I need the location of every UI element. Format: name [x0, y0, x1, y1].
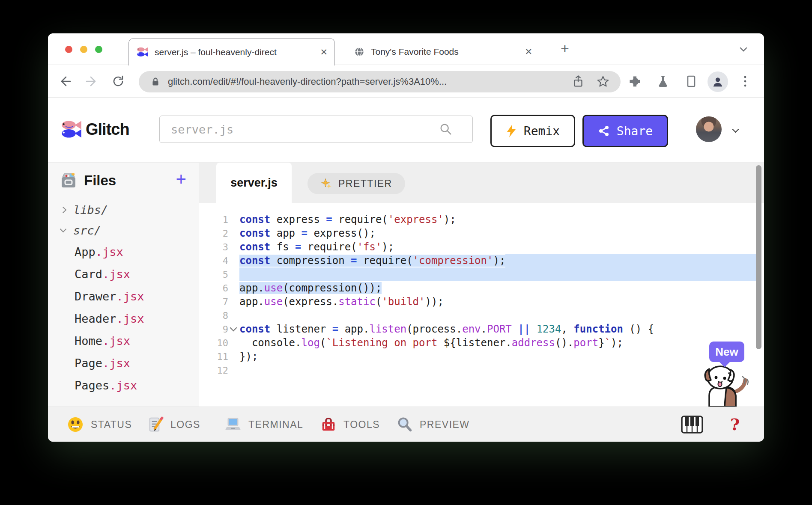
flask-icon[interactable]: [655, 74, 671, 89]
share-page-icon[interactable]: [571, 74, 585, 89]
chevron-down-icon: [60, 226, 67, 232]
code-line-4[interactable]: 4const compression = require('compressio…: [199, 254, 764, 267]
share-button[interactable]: Share: [582, 115, 668, 147]
code-text: console.log(`Listening on port ${listene…: [239, 337, 623, 349]
code-line-3[interactable]: 3const fs = require('fs');: [199, 240, 764, 254]
new-tab-button[interactable]: +: [555, 39, 574, 58]
tab-title-fade: [299, 47, 316, 57]
tab-glitch-editor[interactable]: server.js – foul-heavenly-direct ✕: [128, 38, 335, 65]
file-ext: .jsx: [96, 245, 123, 258]
fold-chevron-icon[interactable]: [230, 324, 237, 332]
code-line-5[interactable]: 5: [199, 267, 764, 281]
extensions-puzzle-icon[interactable]: [627, 74, 642, 89]
code-text: app.use(express.static('build'));: [239, 296, 444, 308]
code-line-10[interactable]: 10 console.log(`Listening on port ${list…: [199, 336, 764, 350]
file-base: Drawer: [75, 290, 116, 303]
file-item-page[interactable]: Page.jsx: [48, 352, 199, 374]
prettier-label: PRETTIER: [338, 178, 392, 190]
tab-tonys-favorite-foods[interactable]: Tony's Favorite Foods ✕: [348, 38, 538, 65]
file-ext: .jsx: [102, 267, 130, 281]
prettier-button[interactable]: PRETTIER: [307, 173, 405, 194]
preview-button[interactable]: PREVIEW: [397, 407, 470, 442]
minimize-window-button[interactable]: [80, 46, 87, 53]
new-feature-badge[interactable]: New: [709, 342, 744, 362]
line-number: 7: [199, 297, 228, 307]
file-item-drawer[interactable]: Drawer.jsx: [48, 285, 199, 307]
card-file-box-icon: [59, 172, 78, 189]
code-text: const listener = app.listen(process.env.…: [239, 323, 654, 335]
folder-src[interactable]: src/: [48, 220, 199, 241]
project-search-input[interactable]: server.js: [159, 116, 473, 143]
bookmark-star-icon[interactable]: [596, 74, 610, 89]
address-bar[interactable]: glitch.com/edit/#!/foul-heavenly-directi…: [139, 71, 621, 92]
tools-button[interactable]: TOOLS: [320, 407, 380, 442]
code-line-11[interactable]: 11});: [199, 350, 764, 363]
side-panel-icon[interactable]: [684, 74, 699, 89]
file-item-header[interactable]: Header.jsx: [48, 307, 199, 330]
browser-menu-kebab-icon[interactable]: [737, 74, 753, 89]
forward-button[interactable]: [84, 74, 99, 89]
folder-name: src/: [73, 224, 101, 237]
code-line-1[interactable]: 1const express = require('express');: [199, 213, 764, 226]
file-item-pages[interactable]: Pages.jsx: [48, 374, 199, 396]
logs-button[interactable]: LOGS: [147, 407, 200, 442]
status-label: STATUS: [91, 419, 132, 431]
file-ext: .jsx: [102, 334, 130, 348]
terminal-button[interactable]: TERMINAL: [224, 407, 303, 442]
main-area: Files + libs/ src/ App.jsxCard.jsxDrawer…: [48, 163, 764, 407]
person-icon: [711, 75, 724, 88]
tab-strip: server.js – foul-heavenly-direct ✕ Tony'…: [48, 33, 764, 65]
file-item-app[interactable]: App.jsx: [48, 241, 199, 263]
file-ext: .jsx: [116, 312, 144, 325]
search-icon: [439, 122, 453, 137]
remix-label: Remix: [524, 124, 560, 138]
folder-libs[interactable]: libs/: [48, 199, 199, 220]
close-window-button[interactable]: [65, 46, 72, 53]
file-item-card[interactable]: Card.jsx: [48, 263, 199, 285]
code-line-2[interactable]: 2const app = express();: [199, 226, 764, 240]
code-text: const express = require('express');: [239, 214, 456, 226]
remix-button[interactable]: Remix: [490, 115, 575, 147]
keyboard-piano-button[interactable]: [681, 416, 703, 434]
reload-button[interactable]: [110, 74, 126, 89]
account-chevron-down-icon[interactable]: [733, 126, 738, 134]
file-base: Pages: [75, 379, 109, 392]
code-line-7[interactable]: 7app.use(express.static('build'));: [199, 295, 764, 309]
globe-icon: [354, 46, 365, 57]
url-text[interactable]: glitch.com/edit/#!/foul-heavenly-directi…: [168, 76, 571, 87]
file-base: Header: [75, 312, 116, 325]
file-item-home[interactable]: Home.jsx: [48, 330, 199, 352]
line-number: 9: [199, 324, 228, 335]
browser-profile-avatar[interactable]: [708, 71, 728, 92]
files-title: Files: [84, 172, 116, 189]
code-area[interactable]: 1const express = require('express');2con…: [199, 203, 764, 407]
back-button[interactable]: [57, 74, 73, 89]
editor-tab-serverjs[interactable]: server.js: [216, 163, 292, 203]
selection-fill: [239, 267, 761, 281]
chevron-right-icon: [60, 206, 67, 213]
code-line-9[interactable]: 9const listener = app.listen(process.env…: [199, 322, 764, 336]
zoom-window-button[interactable]: [95, 46, 102, 53]
code-text: const app = express();: [239, 227, 376, 239]
close-tab-icon[interactable]: ✕: [320, 47, 328, 57]
editor-scrollbar[interactable]: [756, 165, 761, 349]
memo-icon: [147, 416, 164, 433]
user-avatar[interactable]: [696, 116, 722, 142]
line-number: 10: [199, 338, 228, 348]
line-number: 12: [199, 365, 228, 376]
line-number: 5: [199, 269, 228, 280]
glitch-logo[interactable]: Glitch: [60, 119, 129, 140]
close-tab-icon[interactable]: ✕: [525, 47, 532, 57]
smiley-icon: [67, 416, 84, 433]
file-base: Page: [75, 356, 102, 370]
code-line-8[interactable]: 8: [199, 309, 764, 322]
files-sidebar: Files + libs/ src/ App.jsxCard.jsxDrawer…: [48, 163, 199, 407]
add-file-button[interactable]: +: [176, 170, 186, 188]
file-ext: .jsx: [109, 379, 137, 392]
help-button[interactable]: ?: [730, 415, 740, 434]
code-line-12[interactable]: 12: [199, 363, 764, 377]
glitch-dog-illustration[interactable]: [700, 364, 755, 407]
status-button[interactable]: STATUS: [67, 407, 132, 442]
code-line-6[interactable]: 6app.use(compression());: [199, 281, 764, 295]
tab-search-chevron-icon[interactable]: [741, 45, 748, 51]
